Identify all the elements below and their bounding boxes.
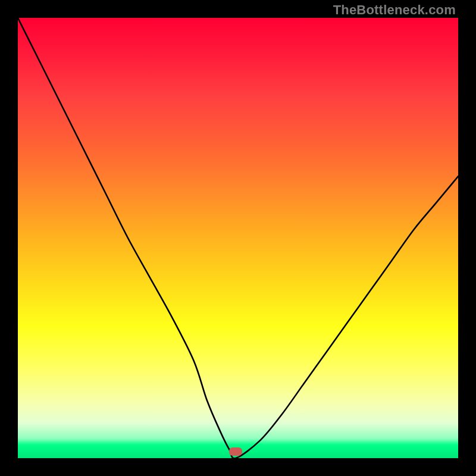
bottleneck-curve — [18, 18, 458, 458]
plot-area — [18, 18, 458, 458]
chart-stage: TheBottleneck.com — [0, 0, 476, 476]
curve-svg — [18, 18, 458, 458]
optimum-marker — [229, 447, 242, 456]
watermark-text: TheBottleneck.com — [333, 2, 456, 18]
